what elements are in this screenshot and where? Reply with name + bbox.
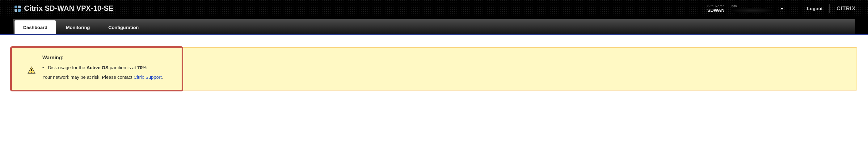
divider	[800, 4, 800, 13]
tabbar-container: Dashboard Monitoring Configuration	[0, 17, 868, 35]
risk-text: Your network may be at risk. Please cont…	[42, 74, 133, 80]
tab-dashboard[interactable]: Dashboard	[14, 21, 56, 34]
warning-list: Disk usage for the Active OS partition i…	[42, 65, 847, 70]
info-value-redacted	[731, 8, 774, 13]
warning-heading: Warning:	[42, 55, 847, 61]
site-name-block: Site Name SDWAN	[707, 4, 725, 13]
info-label: Info	[731, 4, 777, 8]
svg-point-2	[31, 72, 32, 73]
warning-item-bold-pct: 70%	[137, 65, 147, 70]
svg-rect-1	[31, 69, 32, 71]
citrix-logo-icon	[14, 5, 21, 12]
warning-item-disk-usage: Disk usage for the Active OS partition i…	[42, 65, 847, 70]
risk-text: .	[161, 74, 163, 80]
warning-banner: Warning: Disk usage for the Active OS pa…	[11, 47, 857, 91]
warning-item-text: .	[147, 65, 148, 70]
app-header: Citrix SD-WAN VPX-10-SE Site Name SDWAN …	[0, 0, 868, 17]
info-dropdown-caret[interactable]: ▼	[780, 6, 784, 11]
warning-item-bold-os: Active OS	[87, 65, 108, 70]
product-title: Citrix SD-WAN VPX-10-SE	[24, 4, 113, 13]
main-tabbar: Dashboard Monitoring Configuration	[12, 19, 856, 34]
content-area: Warning: Disk usage for the Active OS pa…	[0, 35, 868, 97]
info-block: Info	[731, 4, 777, 13]
tab-configuration[interactable]: Configuration	[100, 21, 147, 34]
warning-risk-line: Your network may be at risk. Please cont…	[42, 74, 847, 80]
divider	[829, 4, 830, 13]
warning-item-text: Disk usage for the	[48, 65, 87, 70]
warning-triangle-icon	[28, 66, 35, 74]
site-name-value: SDWAN	[707, 8, 725, 13]
section-divider	[11, 101, 857, 101]
warning-item-text: partition is at	[108, 65, 137, 70]
citrix-support-link[interactable]: Citrix Support	[133, 74, 161, 80]
logout-link[interactable]: Logout	[807, 6, 823, 11]
tab-monitoring[interactable]: Monitoring	[57, 21, 98, 34]
citrix-brand-text: CITRIX	[836, 6, 856, 12]
